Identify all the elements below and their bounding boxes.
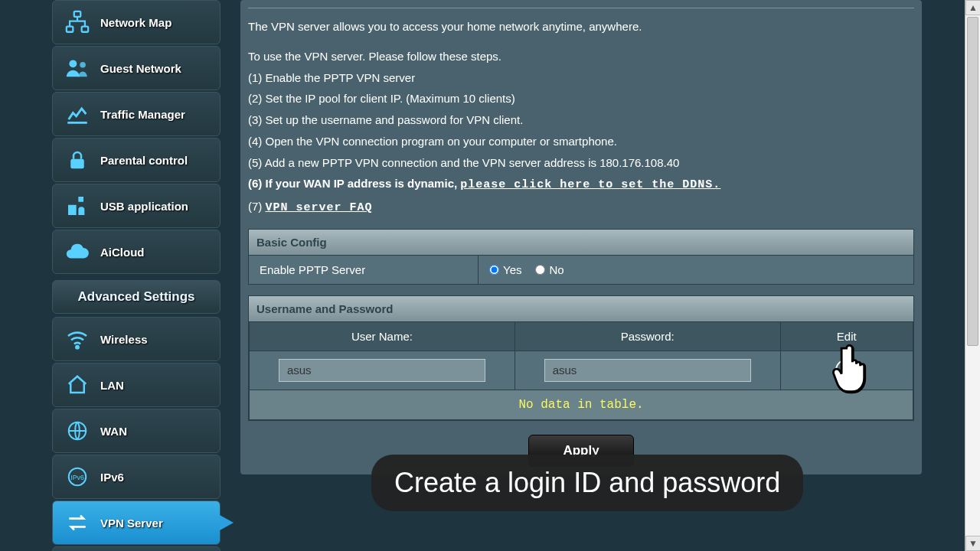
- basic-config-panel: Basic Config Enable PPTP Server Yes No: [248, 229, 914, 285]
- lock-icon: [62, 145, 93, 175]
- sidebar-item-wireless[interactable]: Wireless: [52, 317, 220, 361]
- svg-rect-1: [67, 27, 74, 32]
- col-username: User Name:: [250, 321, 515, 350]
- password-input[interactable]: [544, 359, 751, 382]
- ipv6-icon: IPv6: [62, 461, 93, 492]
- sidebar-item-traffic-manager[interactable]: Traffic Manager: [52, 92, 220, 136]
- home-icon: [62, 370, 93, 400]
- scroll-track[interactable]: [965, 15, 980, 536]
- network-map-icon: [62, 7, 93, 37]
- enable-pptp-yes[interactable]: Yes: [489, 263, 521, 276]
- radio-no[interactable]: [535, 265, 545, 275]
- chart-icon: [62, 99, 93, 129]
- username-password-panel: Username and Password User Name: Passwor…: [248, 295, 914, 421]
- sidebar-item-label: VPN Server: [100, 517, 163, 530]
- svg-point-4: [80, 62, 86, 68]
- enable-pptp-no[interactable]: No: [535, 263, 564, 276]
- sidebar-item-label: Traffic Manager: [100, 108, 185, 121]
- sidebar: Network Map Guest Network Traffic Manage…: [0, 0, 220, 551]
- tutorial-overlay: Create a login ID and password: [371, 455, 803, 511]
- cursor-hand-icon: [831, 344, 871, 403]
- advanced-settings-header: Advanced Settings: [52, 280, 220, 314]
- sidebar-item-aicloud[interactable]: AiCloud: [52, 230, 220, 274]
- sidebar-item-label: IPv6: [100, 471, 124, 484]
- scroll-down-icon[interactable]: ▼: [965, 536, 980, 551]
- svg-text:IPv6: IPv6: [70, 474, 84, 481]
- no-data-message: No data in table.: [250, 390, 913, 419]
- radio-yes[interactable]: [489, 265, 499, 275]
- globe-icon: [62, 416, 93, 446]
- sidebar-item-network-map[interactable]: Network Map: [52, 0, 220, 44]
- svg-rect-0: [74, 11, 81, 17]
- sidebar-item-label: Wireless: [100, 333, 148, 346]
- svg-rect-2: [82, 27, 89, 32]
- sidebar-item-ipv6[interactable]: IPv6 IPv6: [52, 455, 220, 499]
- sidebar-item-firewall[interactable]: Firewall: [52, 546, 220, 551]
- username-password-header: Username and Password: [249, 296, 913, 321]
- sidebar-item-vpn-server[interactable]: VPN Server: [52, 500, 220, 545]
- username-input[interactable]: [279, 359, 485, 382]
- svg-rect-5: [70, 159, 84, 169]
- sidebar-item-label: USB application: [100, 200, 188, 213]
- wifi-icon: [62, 324, 93, 354]
- svg-point-3: [69, 60, 77, 67]
- enable-pptp-label: Enable PPTP Server: [249, 256, 479, 284]
- sidebar-item-lan[interactable]: LAN: [52, 363, 220, 407]
- scrollbar[interactable]: ▲ ▼: [965, 0, 980, 551]
- sidebar-item-label: Guest Network: [100, 62, 181, 75]
- sidebar-item-guest-network[interactable]: Guest Network: [52, 46, 220, 90]
- sidebar-item-parental-control[interactable]: Parental control: [52, 138, 220, 182]
- intro-text: The VPN server allows you to access your…: [248, 18, 914, 218]
- svg-point-6: [76, 346, 78, 348]
- cloud-icon: [62, 236, 93, 267]
- plugin-icon: [62, 191, 93, 221]
- scroll-up-icon[interactable]: ▲: [965, 0, 980, 15]
- ddns-link[interactable]: please click here to set the DDNS.: [460, 178, 720, 191]
- sidebar-item-label: Parental control: [100, 154, 188, 167]
- sidebar-item-label: Network Map: [100, 16, 172, 29]
- vpn-faq-link[interactable]: VPN server FAQ: [266, 201, 373, 214]
- scroll-thumb[interactable]: [967, 17, 978, 346]
- sidebar-item-usb-application[interactable]: USB application: [52, 184, 220, 228]
- col-password: Password:: [514, 321, 780, 350]
- sidebar-item-label: LAN: [100, 379, 124, 392]
- sidebar-item-label: WAN: [100, 425, 127, 438]
- sidebar-item-wan[interactable]: WAN: [52, 409, 220, 453]
- sidebar-item-label: AiCloud: [100, 246, 145, 259]
- swap-icon: [62, 507, 93, 538]
- basic-config-header: Basic Config: [249, 230, 913, 255]
- users-icon: [62, 53, 93, 83]
